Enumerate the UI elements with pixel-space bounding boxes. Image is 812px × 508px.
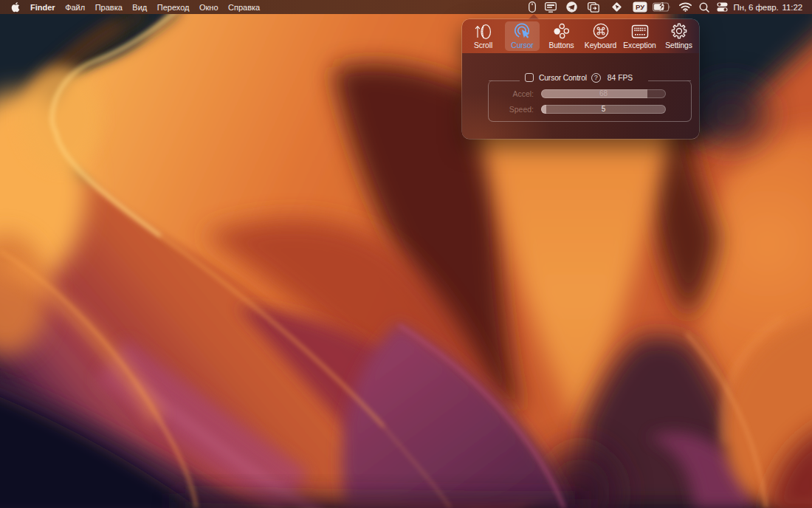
svg-text:РУ: РУ (636, 3, 644, 11)
